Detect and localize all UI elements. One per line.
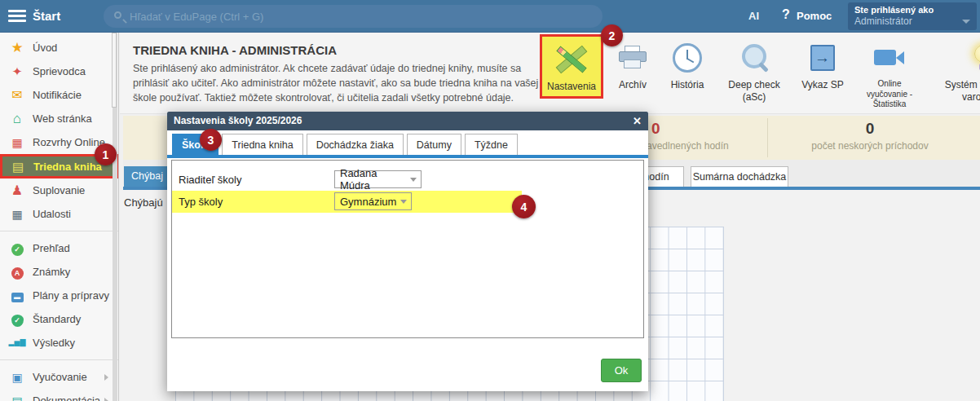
marker-badge-4: 4	[512, 195, 536, 218]
dialog-tabs: Škola Triedna kniha Dochádzka žiaka Dátu…	[172, 134, 518, 155]
toolbar-historia-button[interactable]: História	[662, 37, 713, 91]
page-description: Ste prihlásený ako administrátor. Ak chc…	[133, 62, 545, 105]
logged-in-user-dropdown[interactable]: Ste prihlásený ako Administrátor	[848, 2, 977, 30]
close-icon[interactable]: ✕	[633, 112, 642, 130]
search-icon	[114, 11, 121, 19]
shield-icon: ✓	[11, 315, 24, 327]
edupage-app: Štart AI ? Pomoc Ste prihlásený ako Admi…	[0, 0, 980, 401]
export-icon	[810, 45, 835, 71]
lightbulb-icon	[973, 43, 980, 73]
calendar-icon: ▦	[8, 209, 26, 220]
sidebar-divider	[0, 359, 118, 360]
sidebar-item-notifikacie[interactable]: ✉Notifikácie	[0, 83, 118, 107]
toolbar-online-vyucovanie-button[interactable]: Online vyučovanie - Štatistika	[858, 37, 921, 110]
chart-icon: ▂▅▇	[8, 339, 26, 346]
teaching-icon: ▣	[8, 372, 26, 383]
sidebar-item-uvod[interactable]: ★Úvod	[0, 36, 118, 59]
stat-late-arrivals: 0 počet neskorých príchodov	[748, 116, 980, 152]
school-settings-dialog: Nastavenia školy 2025/2026 ✕ Škola Tried…	[167, 112, 648, 391]
sidebar: ★Úvod ✦Sprievodca ✉Notifikácie ⌂Web strá…	[0, 33, 119, 401]
video-camera-icon	[874, 48, 905, 68]
dialog-tab-dochadzka-ziaka[interactable]: Dochádzka žiaka	[307, 134, 404, 155]
sidebar-item-sprievodca[interactable]: ✦Sprievodca	[0, 59, 118, 83]
toolbar-system-vcasneho-varovania-button[interactable]: Systém včasného varovania	[929, 37, 980, 104]
sidebar-item-znamky[interactable]: AZnámky	[0, 260, 118, 284]
sidebar-item-plany-a-pripravy[interactable]: ▬Plány a prípravy	[0, 284, 118, 307]
ai-button[interactable]: AI	[748, 10, 759, 22]
sidebar-scrollbar[interactable]	[113, 33, 117, 401]
wand-icon: ✦	[8, 65, 26, 77]
dialog-tab-underline	[167, 155, 648, 158]
logged-in-as-label: Ste prihlásený ako	[854, 5, 970, 15]
toolbar: Nastavenia Archív História Deep check (a…	[540, 34, 980, 110]
grade-icon: A	[11, 267, 24, 280]
sidebar-item-vyucovanie[interactable]: ▣Vyučovanie	[0, 365, 118, 389]
help-button[interactable]: Pomoc	[797, 10, 832, 22]
clock-icon	[673, 43, 702, 73]
start-menu-label[interactable]: Štart	[33, 9, 60, 23]
sidebar-item-web-stranka[interactable]: ⌂Web stránka	[0, 107, 118, 130]
chevron-down-icon	[400, 200, 407, 204]
help-icon[interactable]: ?	[782, 7, 790, 22]
director-label: Riaditeľ školy	[179, 174, 242, 186]
stat-unexcused-hours-value: 0	[651, 120, 660, 138]
toolbar-deep-check-button[interactable]: Deep check (aSc)	[721, 37, 788, 104]
marker-badge-3: 3	[200, 129, 222, 151]
dialog-tab-triedna-kniha[interactable]: Triedna kniha	[222, 134, 302, 155]
sidebar-item-prehlad[interactable]: ✓Prehľad	[0, 236, 118, 260]
dialog-tab-datumy[interactable]: Dátumy	[407, 134, 461, 155]
ok-button[interactable]: Ok	[601, 359, 642, 382]
search-box[interactable]	[104, 5, 603, 28]
topbar: Štart AI ? Pomoc Ste prihlásený ako Admi…	[0, 0, 980, 33]
school-type-select[interactable]: Gymnázium	[334, 192, 412, 210]
briefcase-icon: ▬	[11, 293, 24, 302]
stat-unexcused-hours-label: avedlnených hodín	[647, 140, 729, 152]
toolbar-nastavenia-button[interactable]: Nastavenia	[540, 34, 603, 99]
marker-badge-1: 1	[95, 143, 117, 165]
stat-late-arrivals-value: 0	[748, 120, 980, 138]
field-row-director: Riaditeľ školy Radana Múdra	[172, 169, 643, 191]
director-select[interactable]: Radana Múdra	[334, 170, 422, 188]
tab-sumarna-dochadzka[interactable]: Sumárna dochádzka	[691, 166, 788, 187]
sidebar-item-vysledky[interactable]: ▂▅▇Výsledky	[0, 331, 118, 355]
stat-late-arrivals-label: počet neskorých príchodov	[748, 140, 980, 152]
chevron-down-icon	[962, 20, 970, 24]
check-circle-icon: ✓	[11, 244, 24, 256]
sidebar-item-suplovanie[interactable]: ♟Suplovanie	[0, 178, 118, 202]
field-row-school-type: Typ školy Gymnázium	[172, 191, 643, 213]
envelope-icon: ✉	[8, 89, 26, 102]
marker-badge-2: 2	[601, 24, 623, 46]
classbook-icon: ▤	[9, 161, 27, 173]
dialog-titlebar[interactable]: Nastavenia školy 2025/2026 ✕	[167, 112, 648, 130]
sidebar-divider	[0, 231, 118, 231]
person-icon: ♟	[8, 184, 26, 197]
document-icon: ▤	[8, 395, 26, 401]
sidebar-item-dokumentacia[interactable]: ▤Dokumentácia	[0, 389, 118, 401]
hamburger-menu-icon[interactable]	[8, 10, 26, 23]
search-input[interactable]	[130, 5, 586, 28]
dialog-tab-tyzdne[interactable]: Týždne	[465, 134, 518, 155]
toolbar-archiv-button[interactable]: Archív	[611, 37, 654, 91]
chevron-down-icon	[410, 178, 417, 182]
magnifier-icon	[739, 42, 770, 73]
timetable-icon: ▦	[8, 137, 26, 148]
star-icon: ★	[8, 41, 26, 55]
school-type-label: Typ školy	[179, 196, 223, 208]
settings-icon	[553, 43, 590, 76]
sidebar-item-udalosti[interactable]: ▦Udalosti	[0, 202, 118, 226]
home-icon: ⌂	[8, 112, 26, 126]
dialog-title: Nastavenia školy 2025/2026	[174, 115, 302, 126]
printer-icon	[618, 46, 647, 70]
dialog-tab-panel: Riaditeľ školy Radana Múdra Typ školy Gy…	[171, 160, 644, 338]
content-heading-truncated: Chýbajú	[124, 196, 163, 209]
logged-in-role: Administrátor	[854, 15, 970, 27]
page-title: TRIEDNA KNIHA - ADMINISTRÁCIA	[133, 43, 337, 57]
toolbar-vykaz-sp-button[interactable]: Vykaz SP	[796, 37, 850, 91]
sidebar-item-standardy[interactable]: ✓Štandardy	[0, 307, 118, 331]
